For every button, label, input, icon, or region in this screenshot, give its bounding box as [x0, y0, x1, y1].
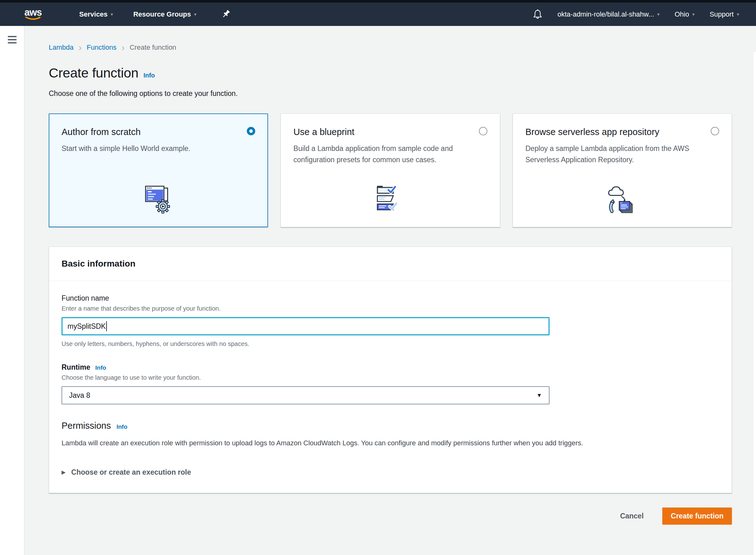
nav-resource-groups[interactable]: Resource Groups ▾	[133, 10, 196, 18]
nav-account-menu[interactable]: okta-admin-role/bilal.al-shahw... ▾	[557, 10, 660, 18]
permissions-info-link[interactable]: Info	[117, 423, 128, 430]
aws-console-navbar: aws Services ▾ Resource Groups ▾	[0, 2, 756, 26]
pin-icon[interactable]	[221, 9, 231, 19]
function-name-description: Enter a name that describes the purpose …	[61, 305, 719, 312]
aws-smile-icon	[25, 16, 41, 20]
main-content: Lambda › Functions › Create function Cre…	[25, 26, 756, 555]
runtime-info-link[interactable]: Info	[95, 365, 106, 371]
text-cursor	[106, 321, 107, 331]
basic-information-header: Basic information	[49, 247, 731, 281]
permissions-heading: Permissions	[61, 421, 111, 431]
window-top-strip	[0, 0, 756, 2]
browse-serverless-app-repository-radio[interactable]	[711, 127, 719, 135]
breadcrumb: Lambda › Functions › Create function	[49, 43, 732, 51]
option-card-author-from-scratch[interactable]: Author from scratch Start with a simple …	[49, 114, 268, 227]
select-caret-icon: ▼	[536, 392, 542, 399]
basic-information-title: Basic information	[61, 259, 135, 268]
runtime-select[interactable]: Java 8 ▼	[61, 386, 549, 404]
page-title: Create function	[49, 65, 138, 81]
breadcrumb-separator-icon: ›	[79, 44, 82, 51]
permissions-description: Lambda will create an execution role wit…	[61, 438, 719, 448]
chevron-down-icon: ▾	[110, 11, 113, 17]
expander-caret-icon: ▶	[61, 469, 65, 476]
create-function-button[interactable]: Create function	[662, 508, 732, 525]
use-a-blueprint-icon	[293, 184, 487, 215]
page-subtitle: Choose one of the following options to c…	[49, 89, 732, 98]
function-name-value: mySplitSDK	[68, 322, 106, 331]
option-card-description: Build a Lambda application from sample c…	[293, 143, 487, 165]
chevron-down-icon: ▾	[657, 11, 660, 17]
option-card-title: Author from scratch	[61, 126, 141, 137]
hamburger-menu-button[interactable]	[8, 35, 16, 45]
chevron-down-icon: ▾	[194, 11, 196, 17]
aws-logo-text: aws	[25, 8, 42, 16]
option-card-description: Deploy a sample Lambda application from …	[526, 143, 719, 165]
option-card-title: Use a blueprint	[293, 126, 354, 137]
breadcrumb-current: Create function	[130, 43, 176, 51]
option-card-title: Browse serverless app repository	[526, 126, 660, 137]
breadcrumb-separator-icon: ›	[122, 44, 125, 51]
chevron-down-icon: ▾	[737, 11, 739, 17]
navbar-left: aws Services ▾ Resource Groups ▾	[0, 8, 231, 20]
breadcrumb-lambda-link[interactable]: Lambda	[49, 43, 74, 51]
cancel-button[interactable]: Cancel	[616, 509, 648, 523]
chevron-down-icon: ▾	[692, 11, 695, 17]
creation-option-cards: Author from scratch Start with a simple …	[49, 114, 732, 227]
form-actions: Cancel Create function	[49, 508, 732, 525]
option-card-use-a-blueprint[interactable]: Use a blueprint Build a Lambda applicati…	[280, 114, 500, 227]
runtime-selected-value: Java 8	[69, 391, 90, 400]
browse-serverless-app-repository-icon	[526, 184, 719, 215]
use-a-blueprint-radio[interactable]	[479, 127, 487, 135]
function-name-input[interactable]: mySplitSDK	[61, 317, 549, 335]
left-sidebar	[0, 26, 25, 555]
title-info-link[interactable]: Info	[143, 72, 155, 79]
function-name-label: Function name	[61, 294, 719, 302]
navbar-right: okta-admin-role/bilal.al-shahw... ▾ Ohio…	[533, 9, 739, 20]
breadcrumb-functions-link[interactable]: Functions	[87, 43, 117, 51]
author-from-scratch-icon	[61, 184, 255, 215]
scrollbar-gutter	[754, 52, 756, 555]
author-from-scratch-radio[interactable]	[247, 127, 255, 135]
execution-role-expander[interactable]: ▶ Choose or create an execution role	[61, 468, 719, 477]
runtime-label: Runtime	[61, 363, 90, 372]
execution-role-expander-label: Choose or create an execution role	[71, 468, 191, 477]
basic-information-panel: Basic information Function name Enter a …	[49, 247, 732, 493]
runtime-description: Choose the language to use to write your…	[61, 374, 719, 381]
nav-services[interactable]: Services ▾	[79, 10, 113, 18]
aws-logo[interactable]: aws	[25, 8, 42, 20]
nav-support-menu[interactable]: Support ▾	[709, 10, 739, 18]
notifications-bell-icon[interactable]	[533, 9, 542, 20]
nav-region-menu[interactable]: Ohio ▾	[674, 10, 695, 18]
option-card-browse-serverless-app-repository[interactable]: Browse serverless app repository Deploy …	[513, 114, 732, 227]
function-name-constraint: Use only letters, numbers, hyphens, or u…	[61, 340, 719, 347]
option-card-description: Start with a simple Hello World example.	[61, 143, 255, 155]
